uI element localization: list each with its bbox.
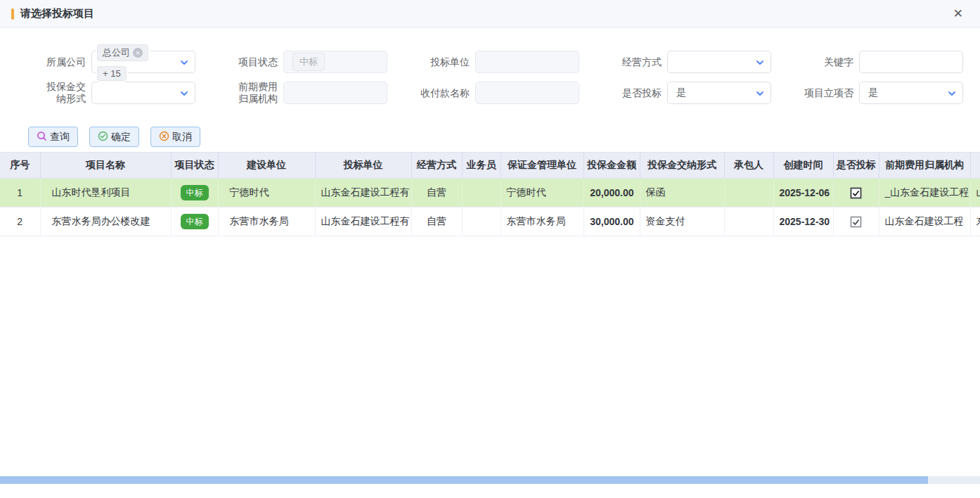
- project-table: 序号 项目名称 项目状态 建设单位 投标单位 经营方式 业务员 保证金管理单位 …: [0, 152, 980, 236]
- deposit-form-select[interactable]: [91, 82, 195, 104]
- chevron-down-icon: [179, 58, 189, 70]
- cell-status: 中标: [171, 179, 218, 208]
- project-status-label: 项目状态: [220, 56, 278, 68]
- keyword-input[interactable]: [859, 51, 963, 73]
- cell-builder: 东营市水务局: [218, 208, 315, 236]
- table-row[interactable]: 2 东营水务局办公楼改建 中标 东营市水务局 山东金石建设工程有 自营 东营市水…: [0, 208, 980, 236]
- chevron-down-icon: [179, 89, 189, 101]
- pre-cost-org-label: 前期费用 归属机构: [220, 81, 278, 105]
- cell-created: 2025-12-30: [773, 208, 833, 236]
- filter-row-1: 所属公司 总公司 × + 15 项目状态 中标: [28, 51, 980, 73]
- is-bid-label: 是否投标: [604, 87, 662, 99]
- close-icon[interactable]: ✕: [948, 5, 969, 23]
- keyword-label: 关键字: [796, 56, 853, 68]
- chevron-down-icon: [755, 58, 765, 70]
- select-bid-project-dialog: 请选择投标项目 ✕ 所属公司 总公司 × + 15 项目状态: [0, 0, 980, 498]
- cell-amount: 20,000.00: [584, 179, 640, 208]
- project-status-input: 中标: [283, 51, 387, 73]
- col-contractor: 承包人: [724, 153, 773, 179]
- cancel-button-label: 取消: [172, 131, 192, 143]
- cell-contractor: [724, 208, 773, 236]
- cell-amount: 30,000.00: [584, 208, 640, 236]
- business-mode-label: 经营方式: [604, 56, 662, 68]
- cell-is-bid: [833, 179, 879, 208]
- chevron-down-icon: [947, 89, 957, 101]
- cell-created: 2025-12-06: [773, 179, 833, 208]
- col-extra: [970, 153, 980, 179]
- cell-deposit-unit: 东营市水务局: [501, 208, 584, 236]
- cell-pay-form: 资金支付: [640, 208, 724, 236]
- field-pre-cost-org: 前期费用 归属机构: [220, 81, 387, 105]
- cancel-button[interactable]: 取消: [150, 127, 200, 147]
- cell-extra: 山东: [970, 179, 980, 208]
- cell-pre-cost-org: _山东金石建设工程: [879, 179, 970, 208]
- cell-bidder: 山东金石建设工程有: [315, 208, 411, 236]
- checkbox-checked-icon[interactable]: [850, 187, 862, 199]
- cell-extra: 东营: [970, 208, 980, 236]
- business-mode-select[interactable]: [667, 51, 771, 73]
- is-bid-value: 是: [676, 87, 686, 99]
- table-header: 序号 项目名称 项目状态 建设单位 投标单位 经营方式 业务员 保证金管理单位 …: [0, 153, 980, 179]
- is-approved-select[interactable]: 是: [859, 82, 963, 104]
- payment-name-label: 收付款名称: [412, 87, 470, 99]
- company-tag-label: 总公司: [103, 46, 130, 59]
- cell-mode: 自营: [411, 208, 462, 236]
- is-approved-value: 是: [868, 87, 878, 99]
- cell-bidder: 山东金石建设工程有: [315, 179, 411, 208]
- is-approved-label: 项目立项否: [796, 87, 853, 99]
- cell-contractor: [724, 179, 773, 208]
- field-keyword: 关键字: [796, 51, 963, 73]
- title-accent-bar: [11, 8, 14, 20]
- query-button-label: 查询: [50, 131, 70, 143]
- field-deposit-form: 投保金交 纳形式: [28, 81, 195, 105]
- filter-row-2: 投保金交 纳形式 前期费用 归属机构 收付款名称: [28, 81, 980, 105]
- is-bid-select[interactable]: 是: [667, 82, 771, 104]
- cell-pre-cost-org: 山东金石建设工程: [879, 208, 970, 236]
- col-mode: 经营方式: [411, 153, 462, 179]
- dialog-title-bar: 请选择投标项目 ✕: [0, 0, 980, 28]
- cell-salesman: [462, 179, 501, 208]
- horizontal-scrollbar-thumb[interactable]: [0, 476, 928, 484]
- col-status: 项目状态: [171, 153, 218, 179]
- confirm-button-label: 确定: [111, 131, 131, 143]
- cell-status: 中标: [171, 208, 218, 236]
- search-icon: [37, 131, 47, 143]
- field-bid-unit: 投标单位: [412, 51, 579, 73]
- cell-project-name: 东营水务局办公楼改建: [40, 208, 171, 236]
- deposit-form-label: 投保金交 纳形式: [28, 81, 86, 105]
- checkbox-checked-icon[interactable]: [850, 216, 862, 228]
- tag-remove-icon[interactable]: ×: [133, 48, 143, 58]
- field-is-approved: 项目立项否 是: [796, 82, 963, 104]
- col-builder: 建设单位: [218, 153, 315, 179]
- pre-cost-org-input: [283, 82, 387, 104]
- col-project-name: 项目名称: [40, 153, 171, 179]
- confirm-button[interactable]: 确定: [89, 127, 139, 147]
- bid-unit-input: [475, 51, 579, 73]
- project-status-tag: 中标: [292, 53, 325, 71]
- query-button[interactable]: 查询: [28, 127, 78, 147]
- bid-unit-label: 投标单位: [412, 56, 470, 68]
- col-is-bid: 是否投标: [833, 153, 879, 179]
- x-circle-icon: [159, 131, 169, 143]
- cell-mode: 自营: [411, 179, 462, 208]
- cell-builder: 宁德时代: [218, 179, 315, 208]
- company-multiselect[interactable]: 总公司 × + 15: [91, 51, 195, 73]
- status-badge: 中标: [181, 214, 209, 229]
- table-row[interactable]: 1 山东时代垦利项目 中标 宁德时代 山东金石建设工程有 自营 宁德时代 20,…: [0, 179, 980, 208]
- horizontal-scrollbar-track[interactable]: [0, 476, 980, 484]
- check-circle-icon: [98, 131, 108, 143]
- dialog-title: 请选择投标项目: [20, 7, 94, 20]
- field-project-status: 项目状态 中标: [220, 51, 387, 73]
- payment-name-input: [475, 82, 579, 104]
- filter-form: 所属公司 总公司 × + 15 项目状态 中标: [0, 28, 980, 105]
- toolbar: 查询 确定 取消: [0, 113, 980, 147]
- cell-pay-form: 保函: [640, 179, 724, 208]
- col-bidder: 投标单位: [315, 153, 411, 179]
- cell-project-name: 山东时代垦利项目: [40, 179, 171, 208]
- col-created: 创建时间: [773, 153, 833, 179]
- company-label: 所属公司: [28, 56, 86, 68]
- field-payment-name: 收付款名称: [412, 82, 579, 104]
- cell-seq: 1: [0, 179, 40, 208]
- col-amount: 投保金金额: [584, 153, 640, 179]
- status-badge: 中标: [181, 185, 209, 200]
